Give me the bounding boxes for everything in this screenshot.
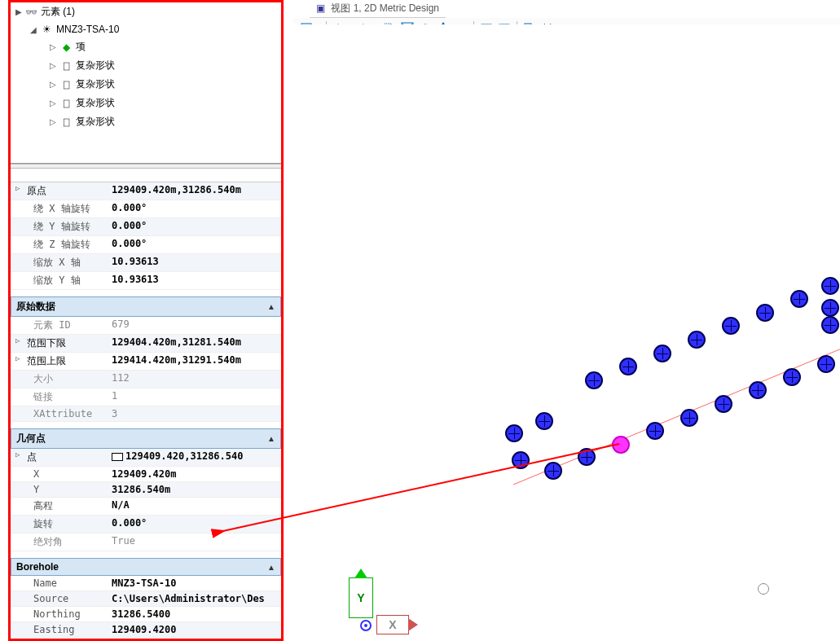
annotation-arrow — [212, 428, 635, 560]
prop-row-xattr[interactable]: XAttribute3 — [11, 406, 281, 422]
prop-row-size[interactable]: 大小112 — [11, 371, 281, 389]
prop-row-bh-elev[interactable]: Elevation56.9900 — [11, 638, 281, 641]
view-tab[interactable]: ▣ 视图 1, 2D Metric Design — [310, 0, 446, 18]
tree-child-node[interactable]: ▷ ⎕ 复杂形状 — [11, 75, 281, 94]
expand-icon: ▶ — [14, 7, 24, 16]
prop-row-roty[interactable]: 绕 Y 轴旋转0.000° — [11, 218, 281, 236]
borehole-point[interactable] — [653, 345, 671, 362]
borehole-point[interactable] — [585, 371, 603, 389]
shape-icon: ⎕ — [59, 98, 73, 109]
section-title: 几何点 — [16, 432, 46, 446]
section-header-raw[interactable]: 原始数据 ▲ — [11, 296, 281, 317]
borehole-point[interactable] — [680, 409, 698, 427]
section-cut-header — [11, 169, 281, 182]
borehole-point[interactable] — [646, 422, 664, 440]
borehole-point[interactable] — [790, 290, 808, 308]
prop-row-bh-source[interactable]: SourceC:\Users\Administrator\Des — [11, 591, 281, 607]
prop-row-bh-name[interactable]: NameMNZ3-TSA-10 — [11, 576, 281, 591]
tree-child-node[interactable]: ▷ ⎕ 复杂形状 — [11, 56, 281, 75]
marker-circle[interactable] — [758, 583, 769, 595]
prop-row-bh-easting[interactable]: Easting129409.4200 — [11, 622, 281, 638]
borehole-point[interactable] — [749, 381, 767, 399]
tree-child-label: 复杂形状 — [76, 77, 115, 91]
borehole-point[interactable] — [688, 331, 706, 349]
section-header-borehole[interactable]: Borehole ▲ — [11, 558, 281, 576]
prop-row-origin[interactable]: ▷原点129409.420m,31286.540m — [11, 182, 281, 200]
borehole-point[interactable] — [619, 358, 637, 375]
borehole-point[interactable] — [821, 316, 839, 334]
section-title: 原始数据 — [16, 300, 55, 314]
prop-row-elemid[interactable]: 元素 ID679 — [11, 317, 281, 335]
tree-root-label: MNZ3-TSA-10 — [56, 24, 119, 35]
tree-child-node[interactable]: ▷ ⎕ 复杂形状 — [11, 94, 281, 112]
glasses-icon: 👓 — [25, 7, 37, 18]
borehole-point[interactable] — [722, 317, 740, 335]
prop-row-rangehi[interactable]: ▷范围上限129414.420m,31291.540m — [11, 353, 281, 371]
borehole-point[interactable] — [817, 355, 835, 373]
axis-x: X — [376, 615, 409, 634]
prop-row-scaley[interactable]: 缩放 Y 轴10.93613 — [11, 272, 281, 290]
prop-row-rotz[interactable]: 绕 Z 轴旋转0.000° — [11, 236, 281, 254]
sun-icon: ☀ — [40, 24, 53, 35]
tree-child-node[interactable]: ▷ ◆ 项 — [11, 37, 281, 56]
expand-icon: ▷ — [48, 42, 58, 51]
expand-icon: ▷ — [48, 61, 58, 70]
properties-grid: ▷原点129409.420m,31286.540m 绕 X 轴旋转0.000° … — [11, 169, 281, 641]
borehole-point[interactable] — [756, 304, 774, 322]
shape-icon: ⎕ — [59, 60, 73, 72]
collapse-icon: ◢ — [29, 25, 38, 34]
expand-icon: ▷ — [48, 117, 58, 126]
element-tree: ▶ 👓 元素 (1) ◢ ☀ MNZ3-TSA-10 ▷ ◆ 项 ▷ ⎕ 复杂形… — [11, 2, 281, 164]
view-icon: ▣ — [316, 2, 325, 14]
prop-row-bh-northing[interactable]: Northing31286.5400 — [11, 607, 281, 622]
tree-header[interactable]: ▶ 👓 元素 (1) — [11, 2, 281, 21]
tree-child-label: 复杂形状 — [76, 96, 115, 110]
borehole-point[interactable] — [715, 395, 732, 413]
chevron-up-icon: ▲ — [267, 563, 275, 572]
section-title: Borehole — [16, 561, 59, 573]
drawing-canvas[interactable]: Y X — [293, 24, 840, 641]
prop-row-link[interactable]: 链接1 — [11, 389, 281, 406]
borehole-point[interactable] — [821, 277, 839, 295]
axis-z — [360, 620, 372, 631]
prop-row-scalex[interactable]: 缩放 X 轴10.93613 — [11, 254, 281, 272]
svg-line-32 — [212, 444, 619, 533]
expand-icon: ▷ — [48, 99, 58, 108]
tree-header-label: 元素 (1) — [41, 5, 75, 19]
tree-root-node[interactable]: ◢ ☀ MNZ3-TSA-10 — [11, 21, 281, 37]
prop-row-rangelo[interactable]: ▷范围下限129404.420m,31281.540m — [11, 335, 281, 353]
tree-child-label: 项 — [76, 40, 86, 54]
tree-child-label: 复杂形状 — [76, 59, 115, 72]
borehole-point[interactable] — [821, 299, 839, 317]
cube-icon: ◆ — [59, 42, 73, 53]
tree-child-node[interactable]: ▷ ⎕ 复杂形状 — [11, 112, 281, 131]
shape-icon: ⎕ — [59, 79, 73, 90]
view-tab-label: 视图 1, 2D Metric Design — [331, 2, 439, 14]
shape-icon: ⎕ — [59, 116, 73, 128]
axis-y: Y — [349, 577, 373, 618]
expand-icon: ▷ — [48, 80, 58, 89]
tree-child-label: 复杂形状 — [76, 115, 115, 129]
prop-row-rotx[interactable]: 绕 X 轴旋转0.000° — [11, 200, 281, 218]
borehole-point[interactable] — [783, 368, 801, 386]
view-pane: ▣ 视图 1, 2D Metric Design ▼ ▼ ▼ — [293, 0, 840, 641]
chevron-up-icon: ▲ — [267, 302, 275, 311]
